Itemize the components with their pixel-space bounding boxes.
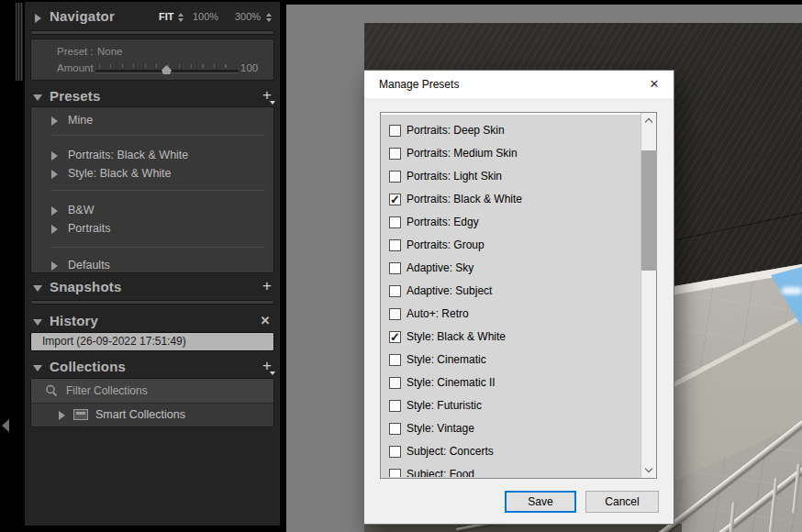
cancel-button[interactable]: Cancel <box>585 491 659 513</box>
checklist-row[interactable]: Style: Cinematic <box>384 349 624 372</box>
create-collection-button[interactable]: + <box>258 358 276 376</box>
navigator-title: Navigator <box>50 8 115 24</box>
amount-label: Amount <box>57 62 94 73</box>
dropdown-arrow-icon <box>270 101 275 105</box>
checklist-row[interactable]: Style: Cinematic II <box>384 372 624 395</box>
collections-header[interactable]: Collections + <box>25 358 280 378</box>
preset-group-item[interactable]: Style: Black & White <box>31 166 273 183</box>
presets-title: Presets <box>50 88 101 104</box>
panel-scrollbar-thumb[interactable] <box>16 3 23 81</box>
history-list: Import (26-09-2022 17:51:49) <box>30 332 274 351</box>
lightroom-window: Navigator FIT 100% 300% Preset : None Am… <box>0 0 802 532</box>
left-panel: Navigator FIT 100% 300% Preset : None Am… <box>25 2 280 526</box>
checkbox[interactable] <box>389 354 401 366</box>
triangle-right-icon <box>35 14 41 23</box>
filter-collections-placeholder: Filter Collections <box>66 384 148 397</box>
triangle-right-icon <box>51 116 58 126</box>
amount-value: 100 <box>240 62 258 73</box>
triangle-down-icon <box>33 285 42 292</box>
presets-header[interactable]: Presets + <box>25 87 280 107</box>
triangle-right-icon <box>51 206 58 216</box>
preset-group-item[interactable]: Mine <box>31 113 273 129</box>
history-item-selected[interactable]: Import (26-09-2022 17:51:49) <box>31 333 273 350</box>
updown-arrows-icon[interactable] <box>266 13 273 22</box>
checklist-row[interactable]: Style: Vintage <box>384 418 624 441</box>
updown-arrows-icon[interactable] <box>178 13 184 22</box>
snapshots-collapsed-bar <box>30 300 274 305</box>
navigator-collapsed-bar <box>30 30 274 35</box>
snapshots-header[interactable]: Snapshots + <box>25 278 280 298</box>
list-scrollbar[interactable] <box>640 113 656 478</box>
chevron-up-icon <box>645 118 652 126</box>
zoom-300-button[interactable]: 300% <box>235 11 261 22</box>
navigator-header[interactable]: Navigator FIT 100% 300% <box>25 7 280 28</box>
dialog-title: Manage Presets <box>379 78 459 91</box>
dropdown-arrow-icon <box>270 371 275 375</box>
collections-title: Collections <box>50 359 126 374</box>
create-preset-button[interactable]: + <box>258 87 276 105</box>
checkbox[interactable] <box>389 148 401 160</box>
checkbox[interactable] <box>389 377 401 389</box>
checkbox[interactable] <box>389 285 401 297</box>
filter-collections-field[interactable]: Filter Collections <box>31 379 273 404</box>
smart-collections-item[interactable]: Smart Collections <box>31 404 273 427</box>
preset-group-item[interactable]: B&W <box>31 203 273 219</box>
checkbox[interactable] <box>389 171 401 183</box>
chevron-down-icon <box>645 465 652 472</box>
checkbox[interactable] <box>389 331 401 343</box>
preset-group-item[interactable]: Portraits: Black & White <box>31 148 273 164</box>
clear-history-icon[interactable]: ✕ <box>256 312 274 330</box>
presets-list: Mine Portraits: Black & White Style: Bla… <box>30 106 274 273</box>
preset-group-item[interactable]: Defaults <box>31 258 273 274</box>
checkbox[interactable] <box>389 125 401 137</box>
collection-set-icon <box>73 409 88 420</box>
checkbox[interactable] <box>389 469 401 477</box>
preset-value: None <box>97 46 123 57</box>
checklist-row[interactable]: Style: Black & White <box>384 327 624 349</box>
scrollbar-thumb[interactable] <box>641 150 657 271</box>
checkbox[interactable] <box>389 194 401 205</box>
checkbox[interactable] <box>389 216 401 228</box>
checklist-row[interactable]: Portraits: Group <box>384 235 624 258</box>
checklist-row[interactable]: Portraits: Medium Skin <box>384 143 624 166</box>
checklist-row[interactable]: Portraits: Edgy <box>384 212 624 235</box>
checklist-row[interactable]: Subject: Concerts <box>384 441 624 464</box>
photo-shadow-band <box>364 524 682 532</box>
scroll-up-button[interactable] <box>641 113 657 128</box>
checkbox[interactable] <box>389 423 401 435</box>
zoom-100-button[interactable]: 100% <box>193 11 218 22</box>
checkbox[interactable] <box>389 262 401 274</box>
create-snapshot-button[interactable]: + <box>258 278 276 296</box>
triangle-down-icon <box>33 365 42 371</box>
checklist-row[interactable]: Auto+: Retro <box>384 304 624 327</box>
checklist-row[interactable]: Portraits: Deep Skin <box>384 120 624 143</box>
zoom-fit-button[interactable]: FIT <box>159 11 174 22</box>
checklist-row[interactable]: Adaptive: Sky <box>384 258 624 281</box>
history-header[interactable]: History ✕ <box>25 312 280 332</box>
checklist-row[interactable]: Style: Futuristic <box>384 395 624 418</box>
scroll-down-button[interactable] <box>641 462 657 478</box>
triangle-right-icon <box>51 170 58 179</box>
triangle-right-icon[interactable] <box>59 411 65 420</box>
checklist-row[interactable]: Subject: Food <box>384 464 624 477</box>
save-button[interactable]: Save <box>505 491 576 513</box>
checklist-rows: Portraits: Deep Skin Portraits: Medium S… <box>384 120 624 477</box>
close-icon[interactable]: ✕ <box>640 73 669 95</box>
triangle-right-icon <box>51 151 58 161</box>
checkbox[interactable] <box>389 308 401 320</box>
divider <box>51 135 264 136</box>
checkbox[interactable] <box>389 239 401 251</box>
preset-group-item[interactable]: Portraits <box>31 221 273 238</box>
checklist-row[interactable]: Adaptive: Subject <box>384 281 624 304</box>
checkbox[interactable] <box>389 446 401 458</box>
checklist-row[interactable]: Portraits: Light Skin <box>384 166 624 189</box>
checkbox[interactable] <box>389 400 401 412</box>
divider <box>51 190 264 191</box>
collapse-panel-icon[interactable] <box>2 419 9 432</box>
presets-checklist: Portraits: Deep Skin Portraits: Medium S… <box>380 112 657 479</box>
snapshots-title: Snapshots <box>50 279 121 294</box>
triangle-down-icon <box>33 319 42 326</box>
checklist-row[interactable]: Portraits: Black & White <box>384 189 624 212</box>
dialog-titlebar[interactable]: Manage Presets ✕ <box>364 71 674 98</box>
triangle-right-icon <box>51 225 58 234</box>
